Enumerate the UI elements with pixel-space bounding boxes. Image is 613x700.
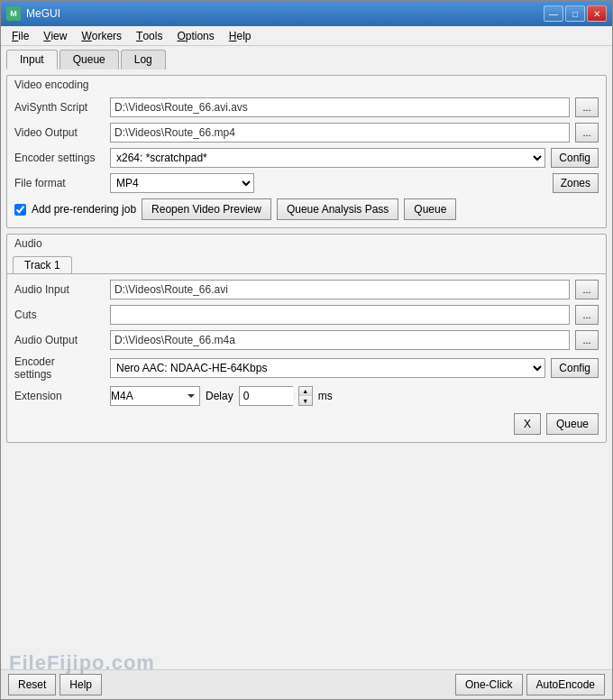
bottom-left-buttons: Reset Help: [8, 674, 102, 695]
encoder-select-wrapper: x264: *scratchpad*: [110, 148, 545, 168]
encoder-select[interactable]: x264: *scratchpad*: [110, 148, 545, 168]
extension-delay-row: Extension M4A AAC MP3 OGG Delay ▲ ▼ ms: [14, 386, 599, 406]
prerender-action-row: Add pre-rendering job Reopen Video Previ…: [14, 198, 599, 220]
app-icon: M: [6, 6, 21, 21]
video-encoding-title: Video encoding: [7, 76, 606, 94]
cuts-browse-button[interactable]: ...: [575, 305, 599, 325]
menu-bar: File View Workers Tools Options Help: [1, 26, 612, 46]
encoder-settings-label: Encoder settings: [14, 152, 105, 164]
avisynth-input[interactable]: [110, 97, 570, 117]
cuts-label: Cuts: [14, 309, 105, 321]
minimize-button[interactable]: —: [544, 5, 563, 22]
audio-section-title: Audio: [7, 235, 606, 253]
zones-button[interactable]: Zones: [553, 173, 599, 193]
reset-button[interactable]: Reset: [8, 674, 56, 695]
video-output-input[interactable]: [110, 123, 570, 143]
menu-help[interactable]: Help: [222, 26, 259, 45]
delay-label: Delay: [206, 390, 233, 402]
menu-tools[interactable]: Tools: [129, 26, 169, 45]
main-window: M MeGUI — □ ✕ File View Workers Tools Op…: [0, 0, 613, 700]
window-title: MeGUI: [26, 7, 544, 20]
file-format-row: File format MP4 MKV AVI Zones: [14, 173, 599, 193]
encoder-settings-row: Encoder settings x264: *scratchpad* Conf…: [14, 148, 599, 168]
close-button[interactable]: ✕: [587, 5, 607, 22]
video-output-label: Video Output: [14, 126, 105, 139]
menu-file[interactable]: File: [5, 26, 36, 45]
delay-down-button[interactable]: ▼: [299, 396, 312, 405]
audio-output-browse-button[interactable]: ...: [575, 330, 599, 350]
tab-queue[interactable]: Queue: [59, 50, 119, 69]
audio-queue-button[interactable]: Queue: [546, 413, 599, 435]
audio-input-row: Audio Input ...: [14, 280, 599, 299]
auto-encode-button[interactable]: AutoEncode: [526, 674, 605, 695]
encoder-config-button[interactable]: Config: [551, 148, 599, 168]
title-bar: M MeGUI — □ ✕: [1, 1, 612, 26]
reopen-video-preview-button[interactable]: Reopen Video Preview: [142, 198, 271, 220]
audio-action-row: X Queue: [14, 411, 599, 435]
audio-input-field[interactable]: [110, 280, 570, 299]
delay-up-button[interactable]: ▲: [299, 387, 312, 396]
tab-input[interactable]: Input: [6, 50, 58, 69]
avisynth-label: AviSynth Script: [14, 101, 105, 114]
audio-input-label: Audio Input: [14, 283, 105, 296]
delay-spinner: ▲ ▼: [298, 386, 313, 406]
audio-encoder-label: Encodersettings: [14, 355, 105, 381]
delay-input[interactable]: [239, 386, 293, 406]
one-click-button[interactable]: One-Click: [455, 674, 523, 695]
menu-options[interactable]: Options: [169, 26, 221, 45]
bottom-right-buttons: One-Click AutoEncode: [455, 674, 605, 695]
audio-input-browse-button[interactable]: ...: [575, 280, 599, 299]
bottom-bar: Reset Help One-Click AutoEncode: [1, 669, 612, 699]
audio-tabs: Track 1: [7, 253, 606, 273]
audio-config-button[interactable]: Config: [551, 358, 599, 378]
video-queue-button[interactable]: Queue: [404, 198, 456, 220]
video-output-browse-button[interactable]: ...: [575, 123, 599, 143]
audio-output-input[interactable]: [110, 330, 570, 350]
extension-select[interactable]: M4A AAC MP3 OGG: [110, 386, 200, 406]
audio-output-label: Audio Output: [14, 334, 105, 346]
audio-section: Audio Track 1 Audio Input ... Cuts ...: [6, 234, 607, 443]
main-tabs: Input Queue Log: [1, 46, 612, 69]
audio-track-tab[interactable]: Track 1: [13, 256, 72, 273]
audio-content: Audio Input ... Cuts ... Audio Output ..…: [7, 273, 606, 442]
tab-log[interactable]: Log: [121, 50, 166, 69]
audio-x-button[interactable]: X: [514, 413, 541, 435]
file-format-select-wrapper: MP4 MKV AVI: [110, 173, 254, 193]
video-encoding-content: AviSynth Script ... Video Output ... Enc…: [7, 94, 606, 227]
audio-encoder-row: Encodersettings Nero AAC: NDAAC-HE-64Kbp…: [14, 355, 599, 381]
file-format-label: File format: [14, 177, 105, 189]
main-content: Video encoding AviSynth Script ... Video…: [1, 69, 612, 669]
cuts-row: Cuts ...: [14, 305, 599, 325]
help-button[interactable]: Help: [59, 674, 102, 695]
queue-analysis-pass-button[interactable]: Queue Analysis Pass: [277, 198, 398, 220]
avisynth-row: AviSynth Script ...: [14, 97, 599, 117]
video-encoding-section: Video encoding AviSynth Script ... Video…: [6, 75, 607, 228]
add-prerender-label: Add pre-rendering job: [32, 203, 136, 216]
avisynth-browse-button[interactable]: ...: [575, 97, 599, 117]
window-controls: — □ ✕: [544, 5, 607, 22]
extension-label: Extension: [14, 390, 105, 402]
audio-encoder-select[interactable]: Nero AAC: NDAAC-HE-64Kbps: [110, 358, 545, 378]
add-prerender-checkbox[interactable]: [14, 204, 26, 216]
menu-view[interactable]: View: [36, 26, 74, 45]
audio-output-row: Audio Output ...: [14, 330, 599, 350]
audio-encoder-select-wrapper: Nero AAC: NDAAC-HE-64Kbps: [110, 358, 545, 378]
maximize-button[interactable]: □: [565, 5, 585, 22]
file-format-select[interactable]: MP4 MKV AVI: [110, 173, 254, 193]
cuts-input[interactable]: [110, 305, 570, 325]
ms-label: ms: [318, 390, 333, 402]
menu-workers[interactable]: Workers: [74, 26, 129, 45]
video-output-row: Video Output ...: [14, 123, 599, 143]
